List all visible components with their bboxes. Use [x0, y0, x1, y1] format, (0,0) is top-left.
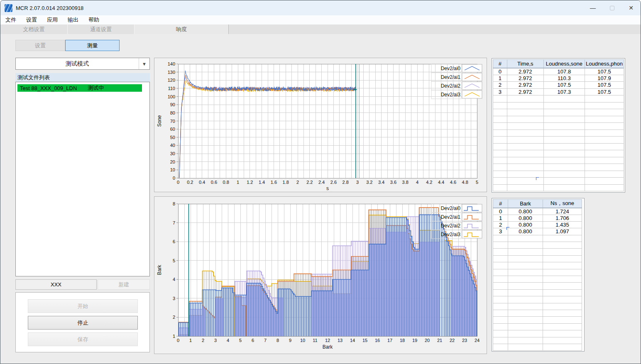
stop-button[interactable]: 停止 — [28, 316, 138, 330]
table-cell — [585, 178, 624, 185]
table-row[interactable] — [493, 262, 582, 269]
svg-text:2.8: 2.8 — [343, 180, 349, 185]
table-row[interactable] — [493, 143, 624, 150]
menu-apply[interactable]: 应用 — [42, 15, 63, 24]
table-cell: 107.5 — [585, 68, 624, 75]
table-row[interactable] — [493, 102, 624, 109]
table-row[interactable] — [493, 235, 582, 242]
test-mode-select[interactable]: 测试模式 ▼ — [15, 58, 150, 70]
svg-text:Sone: Sone — [157, 115, 162, 127]
table-cell — [543, 242, 582, 249]
table-row[interactable] — [493, 337, 582, 344]
table-row[interactable] — [493, 164, 624, 171]
test-file-list[interactable]: Test 88_XXX_009_LDN 测试中 — [15, 82, 150, 276]
table-cell — [507, 184, 543, 191]
table-row[interactable] — [493, 150, 624, 157]
table-cell — [585, 102, 624, 109]
svg-text:3: 3 — [173, 296, 175, 301]
table-row[interactable] — [493, 137, 624, 144]
table-row[interactable] — [493, 303, 582, 310]
table-row[interactable] — [493, 129, 624, 137]
svg-text:1: 1 — [237, 180, 239, 185]
table-row[interactable]: 12.972110.3107.9 — [493, 75, 624, 82]
table-cell — [508, 310, 543, 316]
table-cell — [493, 123, 507, 130]
table-row[interactable] — [493, 178, 624, 185]
table-row[interactable]: 32.972107.3107.5 — [493, 88, 624, 95]
table-row[interactable] — [493, 330, 582, 337]
table-row[interactable] — [493, 249, 582, 255]
control-group: 开始 停止 保存 — [15, 292, 150, 352]
svg-text:24: 24 — [475, 338, 480, 343]
table-row[interactable] — [493, 289, 582, 296]
table-row[interactable] — [493, 323, 582, 330]
table-row[interactable] — [493, 255, 582, 262]
table-row[interactable] — [493, 283, 582, 289]
close-button[interactable]: ✕ — [621, 0, 641, 15]
table-cell — [543, 283, 582, 289]
start-button[interactable]: 开始 — [28, 299, 138, 313]
table-row[interactable] — [493, 123, 624, 130]
menu-file[interactable]: 文件 — [0, 15, 21, 24]
table-row[interactable]: 00.8001.724 — [493, 208, 582, 215]
loudness-table[interactable]: #Time,sLoudness,soneLoudness,phon02.9721… — [493, 59, 624, 191]
table-row[interactable] — [493, 109, 624, 116]
table-cell: 3 — [493, 228, 508, 235]
minimize-button[interactable]: — — [583, 0, 602, 15]
table-row[interactable] — [493, 116, 624, 123]
table-cell — [508, 317, 543, 323]
svg-text:19: 19 — [412, 338, 417, 343]
menu-help[interactable]: 帮助 — [83, 15, 104, 24]
menu-settings[interactable]: 设置 — [21, 15, 42, 24]
table-cell — [493, 323, 508, 330]
legend-label: Dev2/ai0 — [441, 205, 461, 211]
menu-output[interactable]: 输出 — [63, 15, 83, 24]
table-row[interactable]: 22.972107.5107.5 — [493, 82, 624, 89]
table-cell — [543, 323, 582, 330]
svg-text:15: 15 — [362, 338, 367, 343]
svg-text:2.2: 2.2 — [306, 180, 313, 185]
table-row[interactable] — [493, 184, 624, 191]
subtab-settings[interactable]: 设置 — [15, 40, 65, 51]
table-cell: 2 — [493, 221, 508, 228]
subtab-measure[interactable]: 测量 — [65, 40, 120, 51]
table-row[interactable] — [493, 95, 624, 103]
tab-channel-settings[interactable]: 通道设置 — [68, 24, 135, 34]
cursor-artifact — [506, 227, 509, 230]
table-row[interactable] — [493, 317, 582, 323]
table-cell — [508, 296, 543, 303]
legend-swatch — [462, 64, 482, 72]
test-file-list-header: 测试文件列表 — [15, 73, 150, 82]
table-cell — [543, 235, 582, 242]
maximize-button[interactable] — [602, 0, 621, 15]
table-row[interactable] — [493, 276, 582, 283]
legend-label: Dev2/ai2 — [441, 223, 461, 229]
chevron-down-icon[interactable]: ▼ — [139, 58, 149, 69]
list-item-status: 测试中 — [88, 84, 104, 92]
tab-document-settings[interactable]: 文档设置 — [0, 24, 68, 34]
table-cell — [493, 116, 507, 123]
new-button[interactable]: 新建 — [98, 279, 150, 290]
table-cell — [508, 337, 543, 344]
svg-text:22: 22 — [450, 338, 455, 343]
table-row[interactable] — [493, 157, 624, 164]
svg-text:3.8: 3.8 — [402, 180, 409, 185]
table-row[interactable] — [493, 242, 582, 249]
legend-label: Dev2/ai0 — [441, 66, 461, 71]
table-row[interactable]: 02.972107.8107.5 — [493, 68, 624, 75]
tab-loudness[interactable]: 响度 — [135, 24, 229, 34]
xxx-button[interactable]: XXX — [15, 279, 97, 290]
table-cell — [493, 102, 507, 109]
table-row[interactable] — [493, 269, 582, 276]
table-cell — [493, 129, 507, 137]
svg-text:3.6: 3.6 — [390, 180, 396, 185]
list-item-active[interactable]: Test 88_XXX_009_LDN 测试中 — [17, 84, 142, 92]
table-row[interactable] — [493, 296, 582, 303]
bark-table[interactable]: #BarkNs，sone00.8001.72410.8001.70620.800… — [493, 199, 582, 351]
table-row[interactable] — [493, 310, 582, 316]
table-row[interactable] — [493, 171, 624, 178]
svg-text:13: 13 — [338, 338, 343, 343]
table-row[interactable] — [493, 344, 582, 350]
table-row[interactable]: 10.8001.706 — [493, 215, 582, 221]
save-button[interactable]: 保存 — [28, 332, 138, 346]
